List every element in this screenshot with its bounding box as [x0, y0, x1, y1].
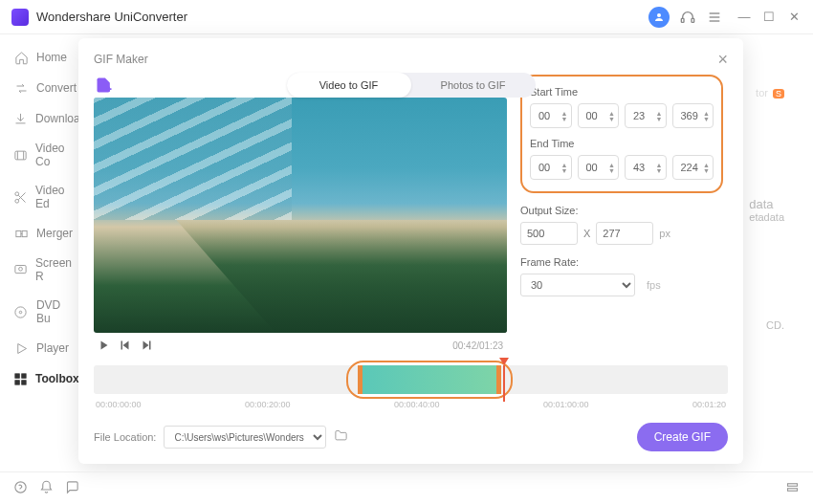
output-width-input[interactable]: [520, 222, 578, 245]
convert-icon: [13, 80, 29, 96]
sidebar-item-video-edit[interactable]: Video Ed: [0, 176, 91, 218]
maximize-button[interactable]: ☐: [761, 10, 777, 24]
start-ms-spinner[interactable]: ▲▼: [672, 103, 714, 128]
up-arrow-icon[interactable]: ▲: [703, 163, 709, 167]
end-ms-input[interactable]: [681, 162, 704, 173]
tab-photos-to-gif[interactable]: Photos to GIF: [411, 73, 536, 98]
up-arrow-icon[interactable]: ▲: [703, 111, 709, 116]
end-hh-input[interactable]: [538, 162, 561, 173]
sidebar-label: Video Co: [35, 142, 77, 168]
px-label: px: [659, 228, 670, 239]
prev-frame-button[interactable]: [119, 339, 132, 352]
end-ss-spinner[interactable]: ▲▼: [625, 155, 667, 180]
play-button[interactable]: [98, 339, 111, 352]
sidebar-item-merger[interactable]: Merger: [0, 218, 91, 249]
player-controls: 00:42/01:23: [94, 333, 507, 358]
down-arrow-icon[interactable]: ▼: [608, 117, 614, 121]
svg-rect-27: [788, 488, 798, 491]
down-arrow-icon[interactable]: ▼: [656, 117, 662, 121]
up-arrow-icon[interactable]: ▲: [656, 163, 662, 167]
sidebar-label: Player: [36, 341, 69, 355]
end-ss-input[interactable]: [633, 162, 656, 173]
start-mm-input[interactable]: [586, 110, 609, 121]
svg-point-12: [19, 267, 23, 271]
svg-rect-2: [692, 18, 694, 22]
up-arrow-icon[interactable]: ▲: [561, 111, 567, 116]
feedback-icon[interactable]: [65, 480, 79, 497]
start-ss-spinner[interactable]: ▲▼: [625, 103, 667, 128]
open-folder-button[interactable]: [334, 428, 348, 446]
app-title: Wondershare UniConverter: [36, 10, 187, 24]
end-hh-spinner[interactable]: ▲▼: [530, 155, 572, 180]
bg-text-data: dataetadata: [749, 197, 784, 223]
svg-point-25: [15, 481, 26, 492]
down-arrow-icon[interactable]: ▼: [561, 168, 567, 173]
create-gif-button[interactable]: Create GIF: [637, 423, 728, 451]
sidebar-item-convert[interactable]: Convert: [0, 73, 91, 103]
frame-rate-select[interactable]: 30: [520, 274, 635, 296]
sidebar-item-player[interactable]: Player: [0, 333, 91, 363]
up-arrow-icon[interactable]: ▲: [561, 163, 567, 167]
down-arrow-icon[interactable]: ▼: [608, 168, 614, 173]
import-file-button[interactable]: [94, 75, 115, 96]
file-location-select[interactable]: C:\Users\ws\Pictures\Wonders: [164, 426, 326, 449]
headset-icon[interactable]: [679, 9, 696, 26]
end-mm-spinner[interactable]: ▲▼: [578, 155, 620, 180]
end-mm-input[interactable]: [586, 162, 609, 173]
up-arrow-icon[interactable]: ▲: [656, 111, 662, 116]
start-hh-input[interactable]: [538, 110, 561, 121]
sidebar-item-download[interactable]: Downloa: [0, 103, 91, 134]
timeline-track[interactable]: [94, 365, 728, 394]
account-button[interactable]: [648, 7, 670, 28]
download-icon: [13, 111, 28, 126]
end-ms-spinner[interactable]: ▲▼: [672, 155, 714, 180]
start-mm-spinner[interactable]: ▲▼: [578, 103, 620, 128]
up-arrow-icon[interactable]: ▲: [608, 111, 614, 116]
up-arrow-icon[interactable]: ▲: [608, 163, 614, 167]
sidebar-label: Home: [36, 51, 67, 64]
timeline-tick: 00:00:40:00: [394, 400, 440, 409]
start-time-label: Start Time: [530, 86, 714, 98]
svg-rect-6: [15, 151, 26, 160]
video-preview[interactable]: [94, 98, 507, 333]
scissors-icon: [13, 189, 28, 205]
svg-rect-17: [22, 373, 26, 377]
down-arrow-icon[interactable]: ▼: [656, 168, 662, 173]
menu-icon[interactable]: [706, 9, 723, 26]
output-height-input[interactable]: [596, 222, 653, 245]
svg-rect-9: [15, 230, 20, 236]
start-ms-input[interactable]: [681, 110, 704, 121]
bg-text-tor: tor S: [756, 87, 784, 99]
svg-marker-23: [143, 341, 149, 350]
app-logo-icon: [11, 9, 29, 26]
sidebar-item-dvd[interactable]: DVD Bu: [0, 291, 91, 333]
down-arrow-icon[interactable]: ▼: [703, 117, 709, 121]
svg-point-8: [15, 199, 19, 203]
help-icon[interactable]: [13, 480, 28, 497]
sidebar-label: Screen R: [35, 256, 77, 283]
next-frame-button[interactable]: [140, 339, 153, 352]
svg-rect-22: [121, 341, 123, 350]
close-modal-button[interactable]: ×: [717, 51, 728, 68]
timeline-playhead[interactable]: [499, 358, 509, 365]
bell-icon[interactable]: [39, 480, 54, 497]
close-window-button[interactable]: ✕: [786, 10, 802, 24]
x-separator: X: [583, 228, 590, 239]
timeline-selection[interactable]: [358, 365, 501, 394]
svg-rect-16: [15, 373, 19, 377]
sidebar-item-home[interactable]: Home: [0, 42, 91, 73]
sidebar-item-video-compress[interactable]: Video Co: [0, 134, 91, 176]
modal-title: GIF Maker: [94, 53, 148, 66]
start-hh-spinner[interactable]: ▲▼: [530, 103, 572, 128]
sidebar-item-toolbox[interactable]: Toolbox: [0, 363, 91, 394]
svg-point-7: [15, 191, 19, 195]
sidebar-item-screen-record[interactable]: Screen R: [0, 249, 91, 291]
tab-video-to-gif[interactable]: Video to GIF: [287, 73, 411, 98]
down-arrow-icon[interactable]: ▼: [561, 117, 567, 121]
down-arrow-icon[interactable]: ▼: [703, 168, 709, 173]
tasks-icon[interactable]: [785, 480, 800, 497]
svg-point-13: [15, 306, 26, 317]
minimize-button[interactable]: —: [736, 10, 752, 24]
start-ss-input[interactable]: [633, 110, 656, 121]
frame-rate-label: Frame Rate:: [520, 256, 723, 268]
